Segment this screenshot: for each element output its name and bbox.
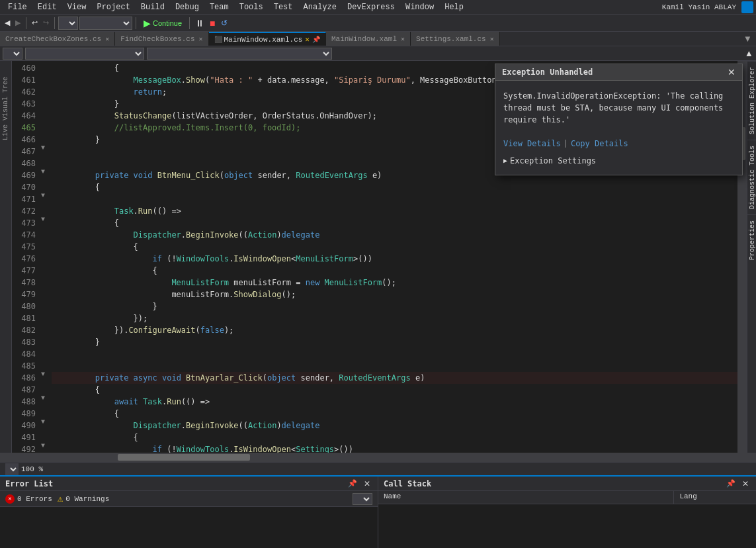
diagnostic-tools-tab[interactable]: Diagnostic Tools xyxy=(747,140,756,214)
line-number: 486 xyxy=(12,372,40,384)
tab-pin[interactable]: 📌 xyxy=(312,36,320,44)
method-select[interactable]: BtnAyarlar_Click(object sender, RoutedEv… xyxy=(147,48,332,60)
collapse-marker-469[interactable]: ▼ xyxy=(41,144,45,152)
debug-mode-select[interactable]: Debug xyxy=(58,17,78,30)
line-number: 490 xyxy=(12,420,40,432)
line-number: 481 xyxy=(12,312,40,324)
collapse-marker-492[interactable]: ▼ xyxy=(41,442,45,449)
scroll-up-btn[interactable]: ▲ xyxy=(745,48,753,58)
collapse-marker-474[interactable]: ▼ xyxy=(41,192,45,199)
exception-message: System.InvalidOperationException: 'The c… xyxy=(503,90,734,126)
restart-btn[interactable]: ↺ xyxy=(219,17,230,29)
toolbar-undo-btn[interactable]: ↩ xyxy=(30,17,40,28)
collapse-marker-472[interactable]: ▼ xyxy=(41,168,45,175)
tab-label: Settings.xaml.cs xyxy=(416,35,486,43)
line-number: 472 xyxy=(12,205,40,217)
live-visual-tree-tab[interactable]: Live Visual Tree xyxy=(1,74,11,143)
zoom-select[interactable]: 100 % xyxy=(5,463,19,475)
line-number: 466 xyxy=(12,134,40,146)
line-number: 474 xyxy=(12,229,40,241)
menu-project[interactable]: Project xyxy=(91,1,135,13)
exception-settings-row[interactable]: ▶ Exception Settings xyxy=(503,156,734,165)
line-number: 471 xyxy=(12,193,40,205)
pause-btn[interactable]: ⏸ xyxy=(193,17,206,30)
call-stack-col-name: Name xyxy=(378,491,674,504)
call-stack-columns: Name Lang xyxy=(378,491,756,504)
menu-view[interactable]: View xyxy=(62,1,92,13)
continue-label: Continue xyxy=(153,19,182,27)
class-select[interactable]: WPFGetirApp.MainWindow xyxy=(25,48,144,60)
tab-mainwindow-xaml-cs[interactable]: ⬛ MainWindow.xaml.cs ✕ 📌 xyxy=(209,32,326,46)
line-number: 479 xyxy=(12,289,40,300)
tab-settings-xaml-cs[interactable]: Settings.xaml.cs ✕ xyxy=(411,32,500,46)
tab-createcheckboxzones[interactable]: CreateCheckBoxZones.cs ✕ xyxy=(0,32,115,46)
collapse-marker-490[interactable]: ▼ xyxy=(41,418,45,426)
toolbar-redo-btn[interactable]: ↪ xyxy=(41,17,51,28)
solution-filter-select[interactable]: Entire Solution xyxy=(353,493,372,505)
stop-btn[interactable]: ■ xyxy=(208,17,217,30)
error-list-pin-btn[interactable]: 📌 xyxy=(346,479,359,488)
tab-mainwindow-xaml[interactable]: MainWindow.xaml ✕ xyxy=(326,32,411,46)
collapse-marker-476[interactable]: ▼ xyxy=(41,216,45,223)
code-line-489: { xyxy=(52,408,737,420)
exception-body: System.InvalidOperationException: 'The c… xyxy=(495,81,742,175)
tab-findcheckboxes[interactable]: FindCheckBoxes.cs ✕ xyxy=(115,32,208,46)
properties-tab[interactable]: Properties xyxy=(747,214,756,265)
menu-file[interactable]: File xyxy=(3,1,32,13)
exception-close-btn[interactable]: ✕ xyxy=(728,67,735,77)
menu-analyze[interactable]: Analyze xyxy=(298,1,342,13)
code-line-487: { xyxy=(52,384,737,396)
main-content: Live Visual Tree 460 461 462 463 464 465… xyxy=(0,61,756,453)
menu-test[interactable]: Test xyxy=(269,1,298,13)
menu-team[interactable]: Team xyxy=(204,1,234,13)
tab-close[interactable]: ✕ xyxy=(490,35,494,43)
code-line-480: } xyxy=(52,300,737,312)
menu-help[interactable]: Help xyxy=(439,1,469,13)
line-number: 491 xyxy=(12,432,40,443)
code-line-477: { xyxy=(52,265,737,277)
error-list-toolbar: ✕ 0 Errors ⚠ 0 Warnings Entire Solution xyxy=(0,491,378,507)
menu-build[interactable]: Build xyxy=(136,1,170,13)
collapse-marker-486[interactable]: ▼ xyxy=(41,371,45,378)
continue-btn[interactable]: ▶ Continue xyxy=(140,17,186,30)
menu-bar: File Edit View Project Build Debug Team … xyxy=(0,0,756,15)
code-line-483: } xyxy=(52,336,737,348)
solution-explorer-tab[interactable]: Solution Explorer xyxy=(747,61,756,140)
code-line-485 xyxy=(52,360,737,372)
menu-tools[interactable]: Tools xyxy=(234,1,269,13)
platform-select[interactable]: Any CPU xyxy=(79,17,132,30)
menu-devexpress[interactable]: DevExpress xyxy=(342,1,400,13)
code-line-492: if (!WindowTools.IsWindowOpen<Settings>(… xyxy=(52,443,737,453)
address-bar: WPFGetirApp WPFGetirApp.MainWindow BtnAy… xyxy=(0,46,756,61)
tab-icon: ⬛ xyxy=(214,36,222,44)
copy-details-link[interactable]: Copy Details xyxy=(571,139,628,148)
line-number: 489 xyxy=(12,408,40,420)
call-stack-pin-btn[interactable]: 📌 xyxy=(724,479,737,488)
error-list-close-btn[interactable]: ✕ xyxy=(362,479,372,489)
toolbar-back-btn[interactable]: ◀ xyxy=(3,17,12,28)
error-list-content xyxy=(0,507,378,548)
menu-debug[interactable]: Debug xyxy=(170,1,204,13)
call-stack-controls: 📌 ✕ xyxy=(724,479,751,489)
line-number: 480 xyxy=(12,300,40,312)
tab-close[interactable]: ✕ xyxy=(401,35,405,43)
view-details-link[interactable]: View Details xyxy=(503,139,561,148)
project-select[interactable]: WPFGetirApp xyxy=(3,48,22,60)
h-scrollbar-track[interactable] xyxy=(52,453,737,462)
line-number: 476 xyxy=(12,253,40,265)
toolbar-forward-btn[interactable]: ▶ xyxy=(13,17,22,28)
menu-edit[interactable]: Edit xyxy=(32,1,62,13)
tab-label: CreateCheckBoxZones.cs xyxy=(5,35,101,43)
toolbar: ◀ ▶ ↩ ↪ Debug Any CPU ▶ Continue ⏸ ■ ↺ xyxy=(0,15,756,32)
call-stack-close-btn[interactable]: ✕ xyxy=(740,479,751,489)
h-scrollbar-thumb[interactable] xyxy=(118,454,250,461)
error-count-label: 0 Errors xyxy=(17,495,52,503)
collapse-marker-488[interactable]: ▼ xyxy=(41,394,45,402)
code-line-476: if (!WindowTools.IsWindowOpen<MenuListFo… xyxy=(52,253,737,265)
code-line-481: }); xyxy=(52,312,737,324)
tab-overflow-btn[interactable]: ▼ xyxy=(739,34,756,44)
line-number: 485 xyxy=(12,360,40,372)
tab-close[interactable]: ✕ xyxy=(198,35,202,43)
tab-close[interactable]: ✕ xyxy=(105,35,109,43)
menu-window[interactable]: Window xyxy=(400,1,439,13)
